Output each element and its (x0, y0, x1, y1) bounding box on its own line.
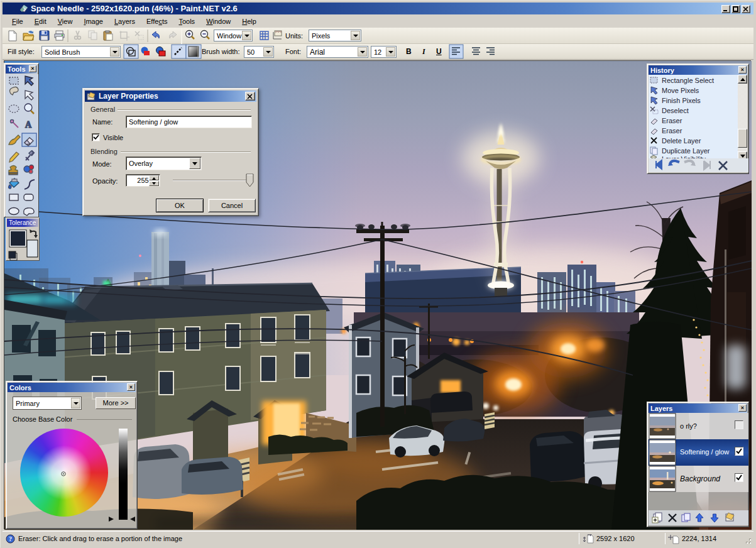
svg-text:Delete Layer: Delete Layer (662, 137, 701, 145)
svg-text:Move Pixels: Move Pixels (662, 87, 699, 94)
svg-text:Finish Pixels: Finish Pixels (662, 97, 701, 104)
svg-text:Deselect: Deselect (662, 107, 689, 114)
svg-text:A: A (25, 120, 32, 129)
svg-text:?: ? (9, 535, 12, 542)
svg-text:Eraser: Eraser (662, 127, 682, 134)
svg-text:Rectangle Select: Rectangle Select (662, 77, 714, 84)
svg-text:Duplicate Layer: Duplicate Layer (662, 147, 710, 155)
svg-text:Eraser: Eraser (662, 117, 682, 124)
